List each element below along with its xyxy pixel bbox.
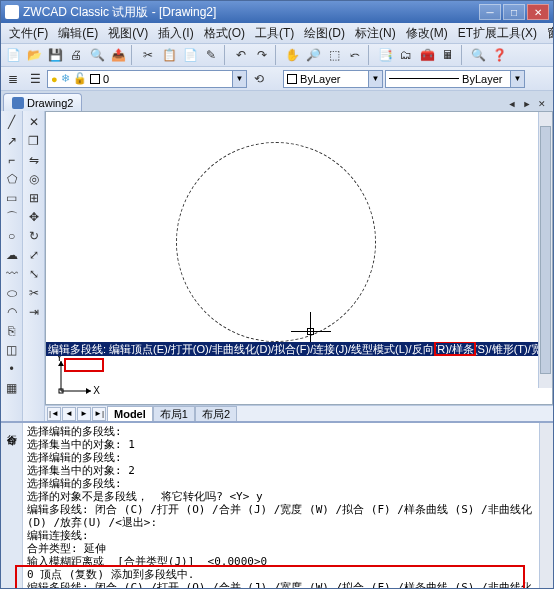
cmd-scrollbar[interactable] bbox=[539, 423, 553, 589]
menu-file[interactable]: 文件(F) bbox=[5, 23, 52, 44]
chevron-down-icon[interactable]: ▼ bbox=[232, 71, 246, 87]
document-tabs: Drawing2 ◄ ► ✕ bbox=[1, 91, 553, 111]
tab-next2-icon[interactable]: ► bbox=[77, 407, 91, 421]
dc-icon[interactable]: 🗂 bbox=[396, 45, 416, 65]
insert-icon[interactable]: ⎘ bbox=[3, 322, 21, 340]
publish-icon[interactable]: 📤 bbox=[108, 45, 128, 65]
circle-icon[interactable]: ○ bbox=[3, 227, 21, 245]
standard-toolbar: 📄 📂 💾 🖨 🔍 📤 ✂ 📋 📄 ✎ ↶ ↷ ✋ 🔎 ⬚ ⤺ 📑 🗂 🧰 🖩 … bbox=[1, 43, 553, 67]
menu-modify[interactable]: 修改(M) bbox=[402, 23, 452, 44]
zoom-rt-icon[interactable]: 🔎 bbox=[303, 45, 323, 65]
window-title: ZWCAD Classic 试用版 - [Drawing2] bbox=[23, 4, 216, 21]
menu-insert[interactable]: 插入(I) bbox=[154, 23, 197, 44]
layer-value: 0 bbox=[103, 73, 109, 85]
scale-icon[interactable]: ⤢ bbox=[25, 246, 43, 264]
menu-draw[interactable]: 绘图(D) bbox=[300, 23, 349, 44]
menu-edit[interactable]: 编辑(E) bbox=[54, 23, 102, 44]
erase-icon[interactable]: ✕ bbox=[25, 113, 43, 131]
layer-mgr-icon[interactable]: ≣ bbox=[3, 69, 23, 89]
calc-icon[interactable]: 🖩 bbox=[438, 45, 458, 65]
polygon-icon[interactable]: ⬠ bbox=[3, 170, 21, 188]
extend-icon[interactable]: ⇥ bbox=[25, 303, 43, 321]
color-combo[interactable]: ByLayer ▼ bbox=[283, 70, 383, 88]
minimize-button[interactable]: ─ bbox=[479, 4, 501, 20]
undo-icon[interactable]: ↶ bbox=[231, 45, 251, 65]
tab-last-icon[interactable]: ►| bbox=[92, 407, 106, 421]
save-icon[interactable]: 💾 bbox=[45, 45, 65, 65]
command-history[interactable]: 选择编辑的多段线: 选择集当中的对象: 1 选择编辑的多段线: 选择集当中的对象… bbox=[23, 423, 539, 589]
chevron-down-icon[interactable]: ▼ bbox=[368, 71, 382, 87]
trim-icon[interactable]: ✂ bbox=[25, 284, 43, 302]
new-icon[interactable]: 📄 bbox=[3, 45, 23, 65]
tab-model[interactable]: Model bbox=[107, 406, 153, 421]
line-icon[interactable]: ╱ bbox=[3, 113, 21, 131]
array-icon[interactable]: ⊞ bbox=[25, 189, 43, 207]
ellipse-icon[interactable]: ⬭ bbox=[3, 284, 21, 302]
hatch-icon[interactable]: ▦ bbox=[3, 379, 21, 397]
doc-tab-drawing2[interactable]: Drawing2 bbox=[3, 93, 82, 111]
revcloud-icon[interactable]: ☁ bbox=[3, 246, 21, 264]
tab-layout1[interactable]: 布局1 bbox=[153, 406, 195, 421]
chevron-down-icon[interactable]: ▼ bbox=[510, 71, 524, 87]
drawing-canvas[interactable]: Y X 编辑多段线: 编辑顶点(E)/打开(O)/非曲线化(D)/拟合(F)/连… bbox=[45, 111, 553, 405]
layer-toolbar: ≣ ☰ ● ❄ 🔓 0 ▼ ⟲ ByLayer ▼ ByLayer ▼ bbox=[1, 67, 553, 91]
help-icon[interactable]: ❓ bbox=[489, 45, 509, 65]
menu-format[interactable]: 格式(O) bbox=[200, 23, 249, 44]
ellipsearc-icon[interactable]: ◠ bbox=[3, 303, 21, 321]
main-area: ╱ ↗ ⌐ ⬠ ▭ ⌒ ○ ☁ 〰 ⬭ ◠ ⎘ ◫ • ▦ ✕ ❐ ⇋ ◎ ⊞ … bbox=[1, 111, 553, 421]
title-bar: ZWCAD Classic 试用版 - [Drawing2] ─ □ ✕ bbox=[1, 1, 553, 23]
arc-icon[interactable]: ⌒ bbox=[3, 208, 21, 226]
open-icon[interactable]: 📂 bbox=[24, 45, 44, 65]
point-icon[interactable]: • bbox=[3, 360, 21, 378]
tab-layout2[interactable]: 布局2 bbox=[195, 406, 237, 421]
prompt-text: 编辑多段线: 编辑顶点(E)/打开(O)/非曲线化(D)/拟合(F)/连接(J)… bbox=[48, 343, 552, 355]
block-icon[interactable]: ◫ bbox=[3, 341, 21, 359]
stretch-icon[interactable]: ⤡ bbox=[25, 265, 43, 283]
layer-state-icon[interactable]: ☰ bbox=[25, 69, 45, 89]
menu-dim[interactable]: 标注(N) bbox=[351, 23, 400, 44]
redo-icon[interactable]: ↷ bbox=[252, 45, 272, 65]
linetype-value: ByLayer bbox=[462, 73, 502, 85]
spline-icon[interactable]: 〰 bbox=[3, 265, 21, 283]
maximize-button[interactable]: □ bbox=[503, 4, 525, 20]
menu-et[interactable]: ET扩展工具(X) bbox=[454, 23, 541, 44]
match-icon[interactable]: ✎ bbox=[201, 45, 221, 65]
vertical-scrollbar[interactable] bbox=[538, 112, 552, 388]
tab-prev2-icon[interactable]: ◄ bbox=[62, 407, 76, 421]
menu-view[interactable]: 视图(V) bbox=[104, 23, 152, 44]
copy-icon[interactable]: 📋 bbox=[159, 45, 179, 65]
menu-tools[interactable]: 工具(T) bbox=[251, 23, 298, 44]
linetype-combo[interactable]: ByLayer ▼ bbox=[385, 70, 525, 88]
copy2-icon[interactable]: ❐ bbox=[25, 132, 43, 150]
mirror-icon[interactable]: ⇋ bbox=[25, 151, 43, 169]
color-value: ByLayer bbox=[300, 73, 340, 85]
pan-icon[interactable]: ✋ bbox=[282, 45, 302, 65]
cut-icon[interactable]: ✂ bbox=[138, 45, 158, 65]
tab-next-icon[interactable]: ► bbox=[520, 97, 534, 111]
print-icon[interactable]: 🖨 bbox=[66, 45, 86, 65]
svg-marker-1 bbox=[86, 388, 91, 394]
rotate-icon[interactable]: ↻ bbox=[25, 227, 43, 245]
props-icon[interactable]: 📑 bbox=[375, 45, 395, 65]
xline-icon[interactable]: ↗ bbox=[3, 132, 21, 150]
menu-window[interactable]: 窗口(W) bbox=[543, 23, 554, 44]
zoom-prev-icon[interactable]: ⤺ bbox=[345, 45, 365, 65]
zoom-win-icon[interactable]: ⬚ bbox=[324, 45, 344, 65]
paste-icon[interactable]: 📄 bbox=[180, 45, 200, 65]
tab-prev-icon[interactable]: ◄ bbox=[505, 97, 519, 111]
close-button[interactable]: ✕ bbox=[527, 4, 549, 20]
layer-prev-icon[interactable]: ⟲ bbox=[249, 69, 269, 89]
doc-tab-label: Drawing2 bbox=[27, 97, 73, 109]
tab-close-icon[interactable]: ✕ bbox=[535, 97, 549, 111]
layer-combo[interactable]: ● ❄ 🔓 0 ▼ bbox=[47, 70, 247, 88]
model-tab-row: |◄ ◄ ► ►| Model 布局1 布局2 bbox=[45, 405, 553, 421]
offset-icon[interactable]: ◎ bbox=[25, 170, 43, 188]
command-window: 命令行 选择编辑的多段线: 选择集当中的对象: 1 选择编辑的多段线: 选择集当… bbox=[1, 421, 553, 589]
tool-pal-icon[interactable]: 🧰 bbox=[417, 45, 437, 65]
tab-first-icon[interactable]: |◄ bbox=[47, 407, 61, 421]
rect-icon[interactable]: ▭ bbox=[3, 189, 21, 207]
move-icon[interactable]: ✥ bbox=[25, 208, 43, 226]
find-icon[interactable]: 🔍 bbox=[468, 45, 488, 65]
pline-icon[interactable]: ⌐ bbox=[3, 151, 21, 169]
preview-icon[interactable]: 🔍 bbox=[87, 45, 107, 65]
